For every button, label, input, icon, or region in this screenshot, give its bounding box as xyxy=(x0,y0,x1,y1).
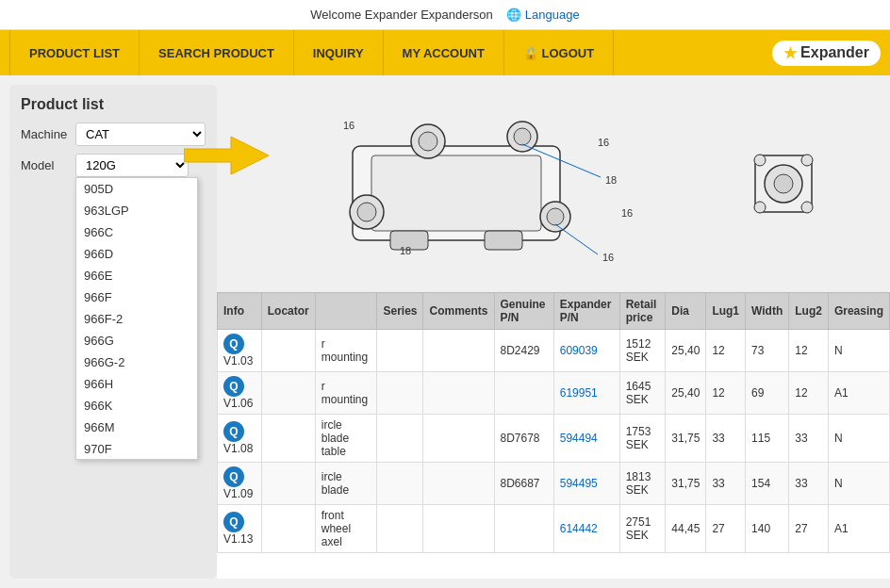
col-retail-price: Retail price xyxy=(619,293,666,330)
nav-logo: ★ Expander xyxy=(772,41,881,66)
welcome-text: Welcome Expander Expanderson xyxy=(310,8,492,22)
model-select[interactable]: 120G xyxy=(75,154,189,177)
nav-inquiry[interactable]: INQUIRY xyxy=(294,30,384,75)
cell-width: 140 xyxy=(746,505,789,553)
table-row: Q V1.09 ircle blade 8D6687 594495 1813 S… xyxy=(218,463,890,505)
cell-genuine-pn xyxy=(494,505,553,553)
svg-text:18: 18 xyxy=(400,245,411,256)
cell-retail-price: 1753 SEK xyxy=(619,415,666,463)
dropdown-item-905D[interactable]: 905D xyxy=(76,178,197,200)
cell-locator xyxy=(261,372,315,415)
svg-point-24 xyxy=(754,155,766,166)
dropdown-item-963LGP[interactable]: 963LGP xyxy=(76,200,197,221)
info-icon[interactable]: Q xyxy=(223,466,244,487)
cell-expander-pn[interactable]: 609039 xyxy=(553,330,619,372)
dropdown-item-966M[interactable]: 966M xyxy=(76,416,197,438)
cell-retail-price: 1645 SEK xyxy=(619,372,666,415)
cell-greasing: N xyxy=(828,463,889,505)
panel-title: Product list xyxy=(21,96,206,113)
cell-desc: r mounting xyxy=(315,330,377,372)
dropdown-item-966K[interactable]: 966K xyxy=(76,395,197,416)
cell-expander-pn[interactable]: 594494 xyxy=(553,415,619,463)
cell-greasing: A1 xyxy=(828,505,889,553)
model-row: Model 120G 905D 963LGP 966C 966D 966E 96… xyxy=(21,154,206,177)
cell-width: 69 xyxy=(746,372,789,415)
col-lug1: Lug1 xyxy=(706,293,746,330)
dropdown-item-966G[interactable]: 966G xyxy=(76,330,197,351)
nav-logout[interactable]: 🔒 LOGOUT xyxy=(504,30,614,75)
cell-width: 73 xyxy=(746,330,789,372)
cell-locator xyxy=(261,463,315,505)
right-area: 16 18 16 16 18 16 xyxy=(217,75,890,588)
svg-point-26 xyxy=(754,202,766,213)
cell-width: 115 xyxy=(746,415,789,463)
cell-dia: 44,45 xyxy=(666,505,706,553)
cell-retail-price: 1512 SEK xyxy=(619,330,666,372)
left-panel: Product list Machine CAT Model 120G 905D… xyxy=(9,85,217,579)
nav-product-list[interactable]: PRODUCT LIST xyxy=(9,30,140,75)
cell-locator xyxy=(261,505,315,553)
dropdown-item-966F[interactable]: 966F xyxy=(76,286,197,308)
col-series: Series xyxy=(377,293,423,330)
products-table: Info Locator Series Comments Genuine P/N… xyxy=(217,292,890,553)
cell-info: Q V1.13 xyxy=(218,505,262,553)
col-genuine-pn: Genuine P/N xyxy=(494,293,553,330)
nav-items: PRODUCT LIST SEARCH PRODUCT INQUIRY MY A… xyxy=(9,30,772,75)
col-info: Info xyxy=(218,293,262,330)
table-row: Q V1.03 r mounting 8D2429 609039 1512 SE… xyxy=(218,330,890,372)
cell-series xyxy=(377,463,423,505)
cell-series xyxy=(377,372,423,415)
cell-lug1: 33 xyxy=(706,463,746,505)
info-icon[interactable]: Q xyxy=(223,421,244,442)
cell-lug1: 12 xyxy=(706,330,746,372)
language-icon: 🌐 xyxy=(506,8,521,22)
dropdown-item-970F[interactable]: 970F xyxy=(76,438,197,460)
col-greasing: Greasing xyxy=(828,293,889,330)
cell-comments xyxy=(423,415,494,463)
model-dropdown-container: 120G 905D 963LGP 966C 966D 966E 966F 966… xyxy=(75,154,189,177)
logo-icon: ★ xyxy=(783,44,797,62)
cell-greasing: N xyxy=(828,415,889,463)
dropdown-item-966F2[interactable]: 966F-2 xyxy=(76,308,197,330)
top-bar: Welcome Expander Expanderson 🌐 Language xyxy=(0,0,890,30)
dropdown-item-966H[interactable]: 966H xyxy=(76,373,197,395)
cell-comments xyxy=(423,372,494,415)
info-icon[interactable]: Q xyxy=(223,334,244,354)
content-area: Product list Machine CAT Model 120G 905D… xyxy=(0,75,890,588)
col-locator: Locator xyxy=(261,293,315,330)
language-link[interactable]: Language xyxy=(525,8,580,22)
cell-comments xyxy=(423,505,494,553)
cell-locator xyxy=(261,415,315,463)
dropdown-item-966C[interactable]: 966C xyxy=(76,221,197,243)
cell-expander-pn[interactable]: 619951 xyxy=(553,372,619,415)
svg-point-4 xyxy=(419,132,437,151)
table-row: Q V1.08 ircle blade table 8D7678 594494 … xyxy=(218,415,890,463)
dropdown-item-966E[interactable]: 966E xyxy=(76,265,197,286)
cell-greasing: N xyxy=(828,330,889,372)
cell-info: Q V1.06 xyxy=(218,372,262,415)
info-icon[interactable]: Q xyxy=(223,376,244,397)
page-layout: Welcome Expander Expanderson 🌐 Language … xyxy=(0,0,890,588)
dropdown-item-966D[interactable]: 966D xyxy=(76,243,197,265)
cell-expander-pn[interactable]: 614442 xyxy=(553,505,619,553)
col-width: Width xyxy=(746,293,789,330)
cell-comments xyxy=(423,463,494,505)
cell-genuine-pn: 8D7678 xyxy=(494,415,553,463)
dropdown-item-966G2[interactable]: 966G-2 xyxy=(76,351,197,373)
col-comments: Comments xyxy=(423,293,494,330)
col-lug2: Lug2 xyxy=(789,293,829,330)
cell-genuine-pn: 8D2429 xyxy=(494,330,553,372)
cell-lug2: 33 xyxy=(789,463,829,505)
nav-my-account[interactable]: MY ACCOUNT xyxy=(384,30,504,75)
cell-dia: 25,40 xyxy=(666,330,706,372)
cell-desc: ircle blade table xyxy=(315,415,377,463)
nav-bar: PRODUCT LIST SEARCH PRODUCT INQUIRY MY A… xyxy=(0,30,890,75)
col-expander-pn: Expander P/N xyxy=(553,293,619,330)
cell-lug2: 12 xyxy=(789,330,829,372)
nav-search-product[interactable]: SEARCH PRODUCT xyxy=(140,30,294,75)
cell-greasing: A1 xyxy=(828,372,889,415)
info-icon[interactable]: Q xyxy=(223,512,244,532)
svg-text:16: 16 xyxy=(621,207,633,219)
cell-expander-pn[interactable]: 594495 xyxy=(553,463,619,505)
cell-desc: front wheel axel xyxy=(315,505,377,553)
